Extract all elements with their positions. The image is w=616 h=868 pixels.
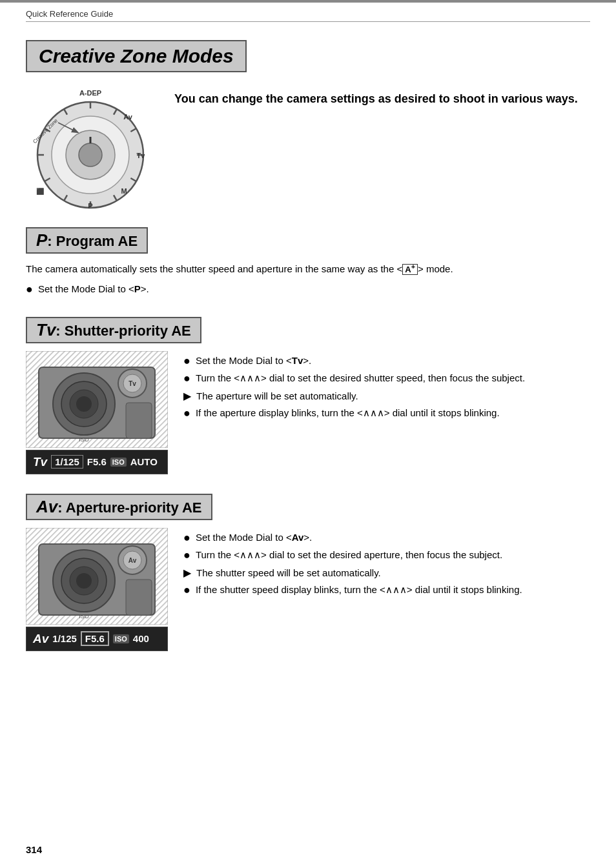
aperture-bullet2: ● Turn the <∧∧∧> dial to set the desired… <box>183 548 590 563</box>
aperture-lcd-aperture: F5.6 <box>81 631 109 646</box>
svg-text:P: P <box>88 202 92 210</box>
svg-text:ISO: ISO <box>79 613 89 620</box>
svg-point-31 <box>76 396 92 412</box>
creative-zone-title: Creative Zone Modes <box>39 45 234 67</box>
page-content: Creative Zone Modes <box>0 40 616 696</box>
aperture-arrow1-text: The shutter speed will be set automatica… <box>196 566 381 581</box>
page-header: Quick Reference Guide <box>0 4 616 21</box>
aperture-camera-image-area: Av ISO Av 1/125 F5.6 ISO 400 <box>26 528 168 651</box>
page-number: 314 <box>26 844 42 855</box>
svg-rect-47 <box>126 580 152 615</box>
shutter-title: Tv: Shutter-priority AE <box>26 317 201 343</box>
program-ae-title: P: Program AE <box>26 227 148 254</box>
shutter-lcd-iso: ISO <box>110 458 127 467</box>
header-rule <box>26 21 590 22</box>
svg-text:Tv: Tv <box>128 380 136 387</box>
svg-text:A-DEP: A-DEP <box>79 89 101 97</box>
aperture-bullet1: ● Set the Mode Dial to <Av>. <box>183 530 590 545</box>
aperture-heading-suffix: : Aperture-priority AE <box>57 500 201 516</box>
svg-text:⬛: ⬛ <box>36 187 45 196</box>
shutter-lcd-shutter: 1/125 <box>51 455 83 469</box>
program-ae-bullet1-text: Set the Mode Dial to <P>. <box>38 282 149 297</box>
aperture-bullet3: ● If the shutter speed display blinks, t… <box>183 583 590 598</box>
program-ae-heading-suffix: : Program AE <box>47 233 138 249</box>
svg-point-43 <box>76 573 92 589</box>
shutter-camera-image-area: Tv ISO Tv 1/125 F5.6 ISO AUTO <box>26 351 168 474</box>
shutter-lcd-auto: AUTO <box>130 456 158 467</box>
intro-text-content: You can change the camera settings as de… <box>174 92 578 105</box>
svg-text:Av: Av <box>123 113 133 121</box>
svg-point-23 <box>79 143 102 167</box>
svg-text:Tv: Tv <box>137 152 146 159</box>
svg-rect-35 <box>126 403 152 438</box>
bullet-dot-1: ● <box>26 282 33 297</box>
aperture-two-col: Av ISO Av 1/125 F5.6 ISO 400 ● <box>26 528 590 651</box>
shutter-heading-suffix: : Shutter-priority AE <box>56 323 190 339</box>
aperture-section: Av: Aperture-priority AE <box>26 494 590 651</box>
shutter-lcd-bar: Tv 1/125 F5.6 ISO AUTO <box>26 450 168 474</box>
program-ae-bullet1: ● Set the Mode Dial to <P>. <box>26 282 590 297</box>
dial-diagram: A-DEP Av Tv M P ⬛ Creative Zone <box>26 84 155 213</box>
shutter-arrow1-text: The aperture will be set automatically. <box>196 389 358 404</box>
aperture-lcd-iso-value: 400 <box>133 633 149 644</box>
aperture-lcd-bar: Av 1/125 F5.6 ISO 400 <box>26 627 168 651</box>
program-ae-section: P: Program AE The camera automatically s… <box>26 227 590 298</box>
header-bar <box>0 0 616 3</box>
aperture-mode-letter: Av <box>36 497 57 516</box>
svg-text:ISO: ISO <box>79 436 89 443</box>
aperture-lcd-mode: Av <box>33 632 48 646</box>
shutter-arrow1: ▶ The aperture will be set automatically… <box>183 389 590 404</box>
shutter-two-col: Tv ISO Tv 1/125 F5.6 ISO AUTO <box>26 351 590 474</box>
aperture-arrow1: ▶ The shutter speed will be set automati… <box>183 566 590 581</box>
creative-zone-intro-text: You can change the camera settings as de… <box>174 84 578 108</box>
program-ae-desc: The camera automatically sets the shutte… <box>26 261 590 277</box>
shutter-bullets: ● Set the Mode Dial to <Tv>. ● Turn the … <box>183 351 590 424</box>
header-label: Quick Reference Guide <box>26 9 113 19</box>
shutter-bullet1: ● Set the Mode Dial to <Tv>. <box>183 354 590 368</box>
svg-text:M: M <box>121 187 127 195</box>
aperture-bullets: ● Set the Mode Dial to <Av>. ● Turn the … <box>183 528 590 601</box>
shutter-lcd-mode: Tv <box>33 455 47 469</box>
shutter-section: Tv: Shutter-priority AE <box>26 317 590 474</box>
shutter-bullet3: ● If the aperture display blinks, turn t… <box>183 406 590 421</box>
shutter-lcd-aperture: F5.6 <box>87 456 107 467</box>
shutter-bullet2: ● Turn the <∧∧∧> dial to set the desired… <box>183 371 590 386</box>
creative-zone-title-box: Creative Zone Modes <box>26 40 247 72</box>
program-ae-mode-letter: P <box>36 230 47 250</box>
aperture-title: Av: Aperture-priority AE <box>26 494 212 520</box>
aperture-lcd-iso: ISO <box>113 634 129 643</box>
aperture-lcd-shutter: 1/125 <box>52 633 77 644</box>
creative-zone-intro: A-DEP Av Tv M P ⬛ Creative Zone <box>26 84 590 213</box>
svg-text:Av: Av <box>128 557 137 564</box>
shutter-mode-letter: Tv <box>36 320 56 339</box>
